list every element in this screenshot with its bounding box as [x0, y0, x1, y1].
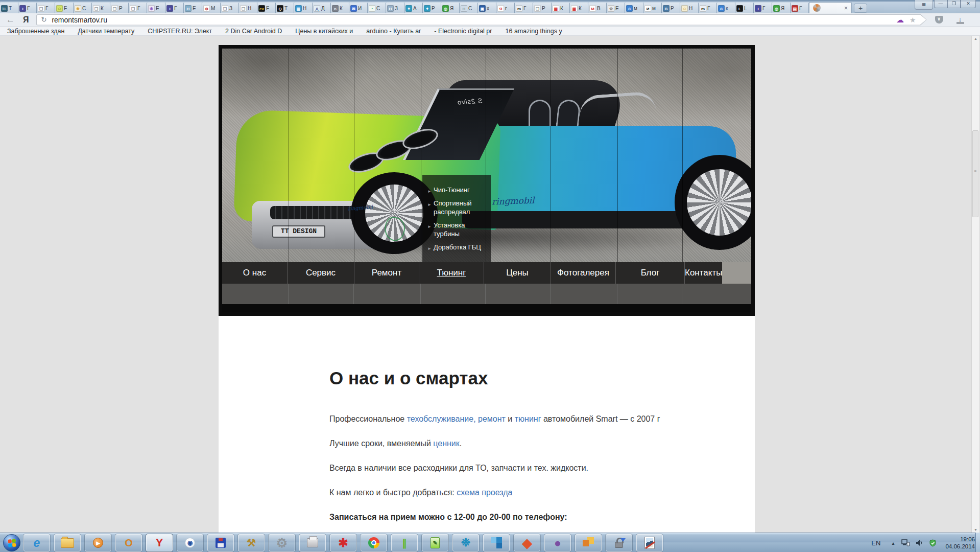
- yandex-logo[interactable]: Я: [23, 15, 29, 25]
- site-nav-item[interactable]: Блог: [616, 262, 685, 284]
- browser-tab[interactable]: L L: [735, 3, 754, 13]
- refresh-icon[interactable]: ↻: [41, 16, 47, 24]
- taskbar-app-button[interactable]: [361, 534, 387, 551]
- bookmark-item[interactable]: - Electronic digital pr: [434, 28, 492, 35]
- bookmark-item[interactable]: Датчики температу: [78, 28, 134, 35]
- browser-tab[interactable]: Q Т: [276, 3, 294, 13]
- browser-tab[interactable]: ✦ А: [404, 3, 423, 13]
- text-segment[interactable]: тюнинг: [515, 415, 541, 423]
- browser-tab[interactable]: И м: [643, 3, 662, 13]
- browser-tab[interactable]: H Е: [184, 3, 202, 13]
- clock[interactable]: 19:06 04.06.2014: [945, 536, 975, 550]
- browser-tab[interactable]: 8 к: [717, 3, 735, 13]
- site-nav-item[interactable]: Фотогалерея: [551, 262, 616, 284]
- language-indicator[interactable]: EN: [871, 539, 880, 547]
- dropdown-menu-item[interactable]: ► Спортивный распредвал: [427, 199, 487, 216]
- browser-tab[interactable]: ev F: [257, 3, 276, 13]
- antivirus-shield-icon[interactable]: [929, 539, 937, 547]
- browser-tab[interactable]: 8 м: [625, 3, 643, 13]
- browser-tab[interactable]: ▦ Н: [294, 3, 313, 13]
- browser-tab[interactable]: ❏ З: [221, 3, 239, 13]
- site-nav-item[interactable]: Цены: [484, 262, 551, 284]
- browser-tab[interactable]: ❏ К: [92, 3, 110, 13]
- browser-tab[interactable]: TL Т: [0, 3, 18, 13]
- browser-tab[interactable]: ▦ К: [570, 3, 588, 13]
- scroll-up-icon[interactable]: ▲: [973, 37, 978, 40]
- back-button[interactable]: ←: [6, 15, 15, 25]
- dropdown-menu-item[interactable]: ► Доработка ГБЦ: [427, 243, 487, 251]
- browser-tab[interactable]: i Г: [18, 3, 37, 13]
- browser-tab[interactable]: ⊗ М: [202, 3, 221, 13]
- browser-tab[interactable]: m Г: [515, 3, 533, 13]
- bookmark-item[interactable]: Заброшенные здан: [7, 28, 64, 35]
- browser-tab[interactable]: ❏ Р: [110, 3, 129, 13]
- browser-tab[interactable]: n К: [331, 3, 349, 13]
- new-tab-button[interactable]: +: [854, 4, 867, 13]
- turbo-mode-icon[interactable]: ☁ ↑: [896, 16, 905, 24]
- url-text[interactable]: remontsmartov.ru: [52, 16, 896, 24]
- browser-menu-button[interactable]: ≡: [915, 0, 933, 10]
- dropdown-menu-item[interactable]: ► Установка турбины: [427, 221, 487, 238]
- browser-tab[interactable]: Н С: [460, 3, 478, 13]
- text-segment[interactable]: ценник: [433, 439, 460, 448]
- active-browser-tab[interactable]: ×: [809, 2, 852, 13]
- taskbar-app-button[interactable]: ▶: [85, 534, 111, 551]
- browser-tab[interactable]: ☺ Н: [680, 3, 699, 13]
- taskbar-app-button[interactable]: ∥: [391, 534, 418, 551]
- taskbar-app-button[interactable]: [299, 534, 326, 551]
- browser-tab[interactable]: Н З: [386, 3, 404, 13]
- site-nav-item[interactable]: О нас: [222, 262, 288, 284]
- site-nav-item[interactable]: Тюнинг: [419, 262, 484, 284]
- tab-close-icon[interactable]: ×: [844, 5, 848, 11]
- bookmark-item[interactable]: 16 amazing things y: [506, 28, 562, 35]
- browser-tab[interactable]: ◎ Я: [441, 3, 460, 13]
- bookmark-item[interactable]: 2 Din Car Android D: [225, 28, 282, 35]
- bookmark-star-icon[interactable]: ★: [910, 16, 916, 24]
- browser-tab[interactable]: ❋ С: [74, 3, 92, 13]
- bookmark-item[interactable]: CHIPSTER.RU: Элект: [148, 28, 212, 35]
- browser-tab[interactable]: Я г: [496, 3, 515, 13]
- browser-tab[interactable]: ◎ Я: [772, 3, 791, 13]
- scrollbar-thumb[interactable]: ≡: [972, 130, 978, 217]
- browser-tab[interactable]: ☺ F: [55, 3, 74, 13]
- bookmark-item[interactable]: Цены в китайских и: [295, 28, 353, 35]
- taskbar-app-button[interactable]: ❉: [452, 534, 479, 551]
- taskbar-app-button[interactable]: [54, 534, 81, 551]
- maximize-button[interactable]: ❐: [947, 0, 961, 8]
- browser-tab[interactable]: ▤ Г: [791, 3, 809, 13]
- taskbar-app-button[interactable]: ✱: [330, 534, 356, 551]
- taskbar-app-button[interactable]: ⚒: [238, 534, 265, 551]
- browser-tab[interactable]: ✉ И: [349, 3, 368, 13]
- browser-tab[interactable]: ◔ С: [368, 3, 386, 13]
- site-nav-item[interactable]: Контакты: [685, 262, 722, 284]
- taskbar-app-button[interactable]: [483, 534, 510, 551]
- taskbar-app-button[interactable]: O: [115, 534, 142, 551]
- page-scrollbar[interactable]: ▲ ≡ ▼: [971, 36, 979, 533]
- browser-tab[interactable]: Д Д: [313, 3, 331, 13]
- taskbar-app-button[interactable]: ◉: [177, 534, 203, 551]
- browser-tab[interactable]: ✿ Е: [607, 3, 625, 13]
- browser-tab[interactable]: ▦ К: [552, 3, 570, 13]
- site-nav-item[interactable]: Ремонт: [354, 262, 419, 284]
- text-segment[interactable]: схема проезда: [457, 488, 512, 497]
- start-button[interactable]: [3, 534, 20, 551]
- browser-tab[interactable]: ❋ Е: [147, 3, 165, 13]
- scroll-down-icon[interactable]: ▼: [973, 528, 978, 532]
- taskbar-app-button[interactable]: e: [23, 534, 50, 551]
- browser-tab[interactable]: ✦ Р: [423, 3, 441, 13]
- browser-tab[interactable]: M В: [588, 3, 607, 13]
- tray-expand-icon[interactable]: ▴: [892, 540, 894, 546]
- dropdown-menu-item[interactable]: ► Чип-Тюнинг: [427, 186, 487, 194]
- bookmark-item[interactable]: arduino - Купить ar: [366, 28, 421, 35]
- network-icon[interactable]: [901, 539, 910, 547]
- browser-tab[interactable]: m Г: [699, 3, 717, 13]
- minimize-button[interactable]: —: [934, 0, 947, 8]
- taskbar-app-button[interactable]: ✎: [422, 534, 448, 551]
- browser-tab[interactable]: ▣ х: [478, 3, 496, 13]
- taskbar-app-button[interactable]: Y: [146, 534, 173, 551]
- taskbar-app-button[interactable]: [207, 534, 234, 551]
- browser-tab[interactable]: В Р: [662, 3, 680, 13]
- browser-tab[interactable]: ❏ Н: [239, 3, 257, 13]
- show-desktop-button[interactable]: [975, 533, 980, 552]
- taskbar-app-button[interactable]: ●: [544, 534, 571, 551]
